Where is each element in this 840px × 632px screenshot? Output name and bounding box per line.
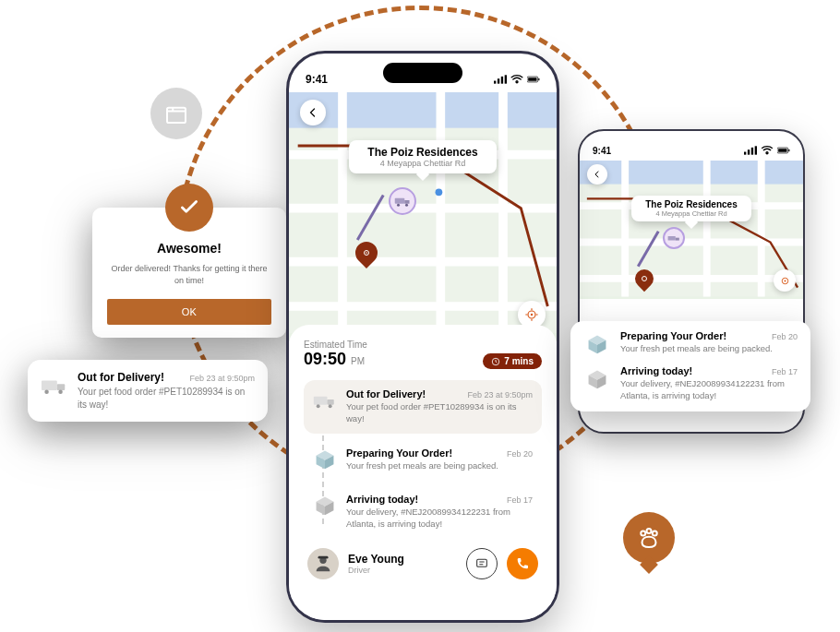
status-desc: Your pet food order #PET10289934 is on i… [78,386,255,411]
svg-point-22 [405,204,408,207]
phone-notch [383,63,462,83]
status-title: Out for Delivery! [78,371,164,384]
battery-icon [777,146,790,155]
package-icon [162,100,190,127]
svg-rect-41 [744,152,746,155]
feed-item-desc: Your delivery, #NEJ20089934122231 from A… [346,507,533,531]
driver-role: Driver [348,566,457,575]
call-button[interactable] [507,548,538,579]
mini-destination-title: The Poiz Residences [639,199,744,209]
eta-text: 7 mins [504,356,534,366]
box-icon [313,447,337,471]
est-time: 09:50 PM [304,350,367,369]
svg-point-31 [329,405,332,409]
feed-item-desc: Your pet food order #PET10289934 is on i… [346,401,533,425]
feed-item-date: Feb 23 at 9:50pm [467,390,533,399]
destination-subtitle: 4 Meyappa Chettiar Rd [360,159,486,168]
svg-rect-13 [528,78,536,81]
driver-name: Eve Young [348,553,457,566]
feed-item[interactable]: Preparing Your Order!Feb 20 Your fresh p… [304,439,542,481]
svg-rect-49 [580,161,803,185]
status-indicators [494,75,540,84]
check-icon [177,196,201,220]
svg-point-2 [647,529,652,533]
feed-item-title: Arriving today! [620,365,692,376]
message-button[interactable] [466,548,498,579]
left-status-card: Out for Delivery! Feb 23 at 9:50pm Your … [28,360,268,422]
destination-title: The Poiz Residences [360,146,486,159]
chevron-left-icon [307,107,318,118]
svg-rect-39 [318,556,329,559]
status-feed: Out for Delivery!Feb 23 at 9:50pm Your p… [304,380,542,539]
svg-rect-4 [42,380,57,389]
map-roads [289,92,557,333]
map-view[interactable]: The Poiz Residences 4 Meyappa Chettiar R… [289,92,557,341]
modal-body: Order delivered! Thanks for getting it t… [107,263,271,286]
mini-status-bar: 9:41 [580,131,803,161]
svg-rect-16 [289,92,557,128]
svg-rect-5 [57,384,65,390]
back-button[interactable] [300,100,326,125]
svg-point-7 [58,389,63,394]
status-time: 9:41 [306,73,328,86]
feed-item-title: Preparing Your Order! [620,330,726,341]
destination-callout[interactable]: The Poiz Residences 4 Meyappa Chettiar R… [349,140,497,173]
svg-rect-44 [755,146,757,154]
person-icon [313,554,333,574]
box-icon [313,494,337,518]
phone-icon [515,556,530,571]
feed-item-desc: Your fresh pet meals are being packed. [346,460,533,472]
svg-rect-28 [314,397,328,405]
mini-map-view[interactable]: The Poiz Residences 4 Meyappa Chettiar R… [580,161,803,299]
feed-item-desc: Your delivery, #NEJ20089934122231 from A… [620,378,798,402]
svg-point-18 [436,188,443,196]
paw-icon [635,524,663,552]
svg-point-3 [653,531,657,536]
modal-ok-button[interactable]: OK [107,299,271,325]
feed-item-date: Feb 17 [772,367,798,376]
mini-back-button[interactable] [587,164,607,185]
feed-item-date: Feb 20 [507,449,533,459]
svg-rect-14 [538,78,539,80]
svg-rect-10 [501,77,503,84]
chat-icon [474,556,489,571]
success-modal: Awesome! Order delivered! Thanks for get… [92,208,286,338]
svg-point-24 [366,252,367,254]
signal-icon [494,75,507,84]
box-icon [583,365,611,393]
svg-point-1 [641,531,645,536]
battery-icon [527,75,540,84]
map-pin-icon [361,247,372,258]
feed-item-title: Preparing Your Order! [346,447,452,459]
truck-icon [313,388,337,412]
right-status-card: Preparing Your Order!Feb 20 Your fresh p… [570,321,810,411]
clock-icon [491,357,500,366]
status-date: Feb 23 at 9:50pm [189,374,255,383]
feed-item[interactable]: Preparing Your Order!Feb 20 Your fresh p… [583,330,798,358]
feed-item-date: Feb 20 [772,332,798,341]
svg-rect-46 [778,149,786,152]
feed-item[interactable]: Arriving today!Feb 17 Your delivery, #NE… [304,485,542,539]
check-badge [165,184,213,232]
feed-item-desc: Your fresh pet meals are being packed. [620,343,798,355]
svg-rect-0 [167,108,186,123]
svg-rect-43 [751,148,753,155]
svg-point-54 [784,280,786,281]
feed-item-date: Feb 17 [507,495,533,505]
svg-rect-40 [477,559,487,566]
truck-icon [41,371,68,399]
svg-point-26 [531,314,533,316]
map-pin-icon [639,273,650,284]
feed-item[interactable]: Arriving today!Feb 17 Your delivery, #NE… [583,365,798,402]
feed-item-title: Out for Delivery! [346,388,426,399]
mini-destination-callout[interactable]: The Poiz Residences 4 Meyappa Chettiar R… [631,196,751,221]
eta-chip: 7 mins [483,353,542,369]
driver-row: Eve Young Driver [304,539,542,583]
svg-rect-51 [676,237,679,240]
driver-avatar[interactable] [307,548,339,579]
feed-item[interactable]: Out for Delivery!Feb 23 at 9:50pm Your p… [304,380,542,434]
wifi-icon [761,146,774,155]
mini-recenter-button[interactable] [774,269,796,292]
svg-rect-11 [505,75,507,83]
feed-item-title: Arriving today! [346,494,418,505]
